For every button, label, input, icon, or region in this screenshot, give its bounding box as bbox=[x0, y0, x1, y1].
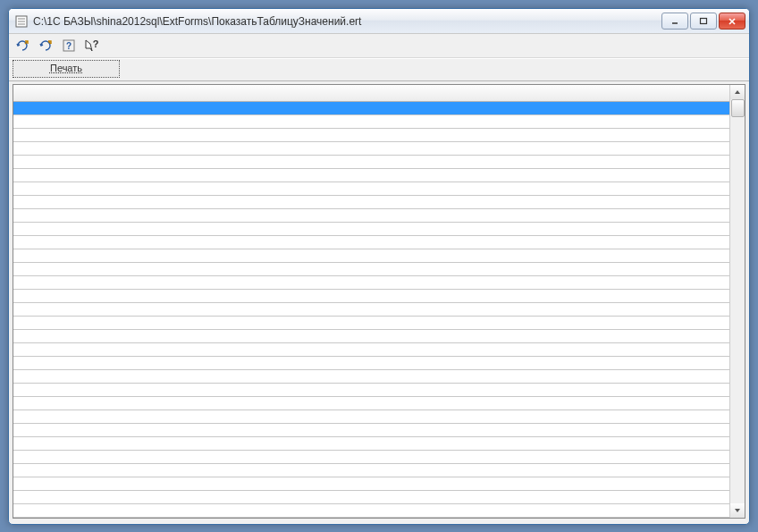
table-row[interactable] bbox=[13, 424, 729, 437]
table-row[interactable] bbox=[13, 102, 729, 115]
table-row[interactable] bbox=[13, 236, 729, 249]
toolbar: ? ? bbox=[9, 34, 749, 58]
button-bar: Печать bbox=[9, 58, 749, 81]
table-row[interactable] bbox=[13, 209, 729, 223]
window-controls bbox=[661, 13, 745, 30]
app-icon bbox=[14, 14, 29, 29]
scroll-track[interactable] bbox=[730, 99, 745, 503]
svg-text:?: ? bbox=[93, 38, 99, 49]
grid-body[interactable] bbox=[13, 85, 729, 518]
table-row[interactable] bbox=[13, 223, 729, 236]
scroll-thumb[interactable] bbox=[731, 99, 745, 117]
table-row[interactable] bbox=[13, 357, 729, 370]
table-row[interactable] bbox=[13, 370, 729, 384]
table-row[interactable] bbox=[13, 491, 729, 504]
table-row[interactable] bbox=[13, 384, 729, 397]
maximize-button[interactable] bbox=[690, 13, 717, 30]
table-row[interactable] bbox=[13, 129, 729, 142]
table-row[interactable] bbox=[13, 451, 729, 464]
table-row[interactable] bbox=[13, 330, 729, 343]
vertical-scrollbar[interactable] bbox=[729, 85, 745, 518]
table-row[interactable] bbox=[13, 290, 729, 303]
close-button[interactable] bbox=[719, 13, 745, 30]
table-row[interactable] bbox=[13, 504, 729, 518]
refresh-out-icon[interactable] bbox=[14, 38, 30, 54]
table-row[interactable] bbox=[13, 410, 729, 424]
table-row[interactable] bbox=[13, 276, 729, 290]
table-row[interactable] bbox=[13, 142, 729, 156]
context-help-icon[interactable]: ? bbox=[84, 38, 100, 54]
table-row[interactable] bbox=[13, 249, 729, 263]
data-grid bbox=[13, 84, 745, 519]
svg-rect-5 bbox=[701, 18, 707, 23]
table-row[interactable] bbox=[13, 477, 729, 491]
table-row[interactable] bbox=[13, 464, 729, 477]
app-window: C:\1С БАЗЫ\shina2012sql\ExtForms\Показат… bbox=[8, 8, 750, 525]
help-icon[interactable]: ? bbox=[61, 38, 77, 54]
table-row[interactable] bbox=[13, 115, 729, 129]
print-button[interactable]: Печать bbox=[13, 60, 120, 78]
minimize-button[interactable] bbox=[661, 13, 688, 30]
table-row[interactable] bbox=[13, 343, 729, 357]
refresh-in-icon[interactable] bbox=[38, 38, 54, 54]
table-row[interactable] bbox=[13, 196, 729, 209]
titlebar: C:\1С БАЗЫ\shina2012sql\ExtForms\Показат… bbox=[9, 9, 749, 34]
table-row[interactable] bbox=[13, 169, 729, 182]
window-title: C:\1С БАЗЫ\shina2012sql\ExtForms\Показат… bbox=[33, 15, 661, 28]
svg-text:?: ? bbox=[65, 41, 71, 51]
table-row[interactable] bbox=[13, 437, 729, 451]
grid-header[interactable] bbox=[13, 85, 729, 102]
table-row[interactable] bbox=[13, 156, 729, 169]
table-row[interactable] bbox=[13, 303, 729, 317]
table-row[interactable] bbox=[13, 317, 729, 330]
table-row[interactable] bbox=[13, 263, 729, 276]
scroll-down-button[interactable] bbox=[730, 503, 745, 518]
scroll-up-button[interactable] bbox=[730, 85, 745, 99]
table-row[interactable] bbox=[13, 182, 729, 196]
table-row[interactable] bbox=[13, 397, 729, 410]
